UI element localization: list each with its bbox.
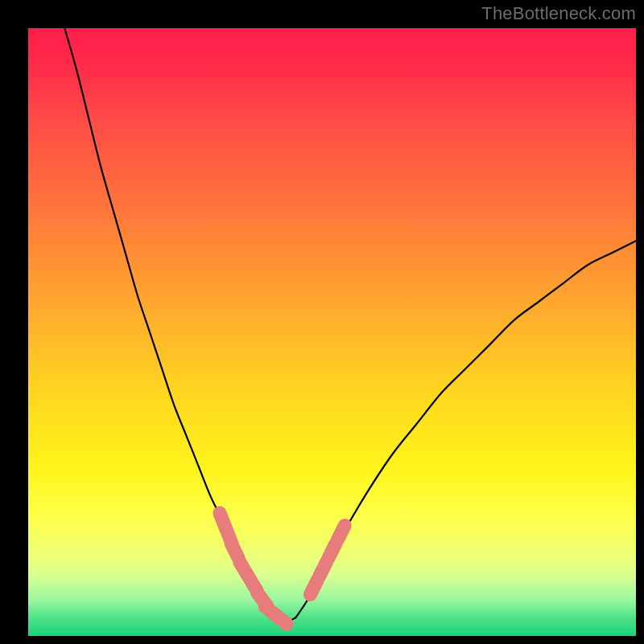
marker-capsule bbox=[337, 526, 345, 540]
left-curve bbox=[64, 28, 271, 617]
chart-frame: TheBottleneck.com bbox=[0, 0, 644, 644]
watermark-text: TheBottleneck.com bbox=[481, 3, 636, 24]
marker-capsule bbox=[275, 614, 287, 625]
marker-group bbox=[220, 513, 345, 624]
right-curve bbox=[295, 241, 636, 617]
plot-area bbox=[28, 28, 636, 636]
curve-group bbox=[64, 28, 636, 621]
chart-svg bbox=[28, 28, 636, 636]
